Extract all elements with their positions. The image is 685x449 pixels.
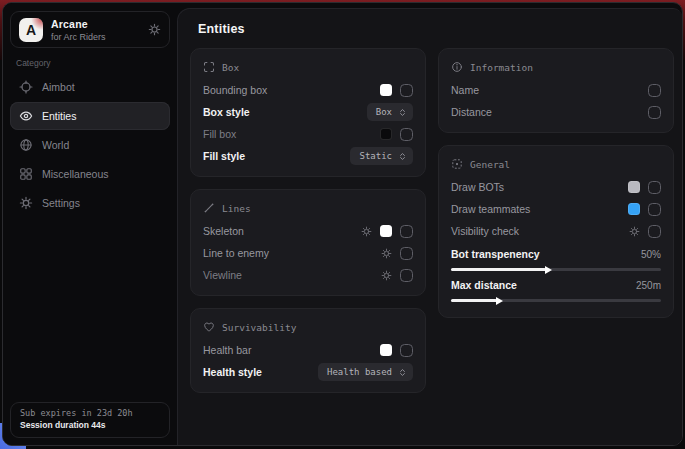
draw-bots-checkbox[interactable] (648, 181, 661, 194)
slider-value: 50% (641, 249, 661, 260)
slider-thumb[interactable] (496, 297, 503, 305)
grid-icon (19, 167, 33, 181)
bounding-box-checkbox[interactable] (400, 84, 413, 97)
box-card: Box Bounding box Box style Box (190, 48, 426, 177)
survivability-card: Survivability Health bar Health style He… (190, 308, 426, 393)
sidebar-item-label: Entities (42, 110, 76, 122)
card-title: Box (222, 62, 239, 73)
brand-initial: A (26, 22, 36, 38)
heart-icon (203, 321, 215, 333)
brand-logo: A (19, 18, 43, 42)
slider-fill (451, 299, 497, 302)
info-icon (451, 61, 463, 73)
lines-card-header: Lines (203, 199, 413, 217)
setting-row-box-style: Box style Box (203, 101, 413, 123)
color-swatch[interactable] (380, 84, 392, 96)
health-style-select[interactable]: Health based (318, 363, 413, 381)
setting-label: Fill style (203, 150, 350, 162)
sidebar-item-miscellaneous[interactable]: Miscellaneous (10, 160, 170, 188)
entities-eye-icon (19, 109, 33, 123)
skeleton-options-gear-icon[interactable] (361, 226, 372, 237)
sidebar-nav: Aimbot Entities World Miscellaneous (10, 73, 170, 218)
setting-row-name: Name (451, 79, 661, 101)
sidebar-item-world[interactable]: World (10, 131, 170, 159)
setting-label: Viewline (203, 269, 381, 281)
subscription-status-card: Sub expires in 23d 20h Session duration … (10, 402, 170, 438)
visibility-check-options-gear-icon[interactable] (629, 226, 640, 237)
crosshair-icon (19, 80, 33, 94)
box-style-select[interactable]: Box (367, 103, 413, 121)
setting-row-draw-teammates: Draw teammates (451, 198, 661, 220)
fill-box-checkbox[interactable] (400, 128, 413, 141)
slider-thumb[interactable] (545, 266, 552, 274)
line-to-enemy-checkbox[interactable] (400, 247, 413, 260)
setting-label: Distance (451, 106, 648, 118)
chevron-updown-icon (398, 152, 407, 161)
setting-row-bounding-box: Bounding box (203, 79, 413, 101)
brand-card: A Arcane for Arc Riders (10, 11, 170, 48)
name-checkbox[interactable] (648, 84, 661, 97)
slider-fill (451, 268, 546, 271)
setting-label: Fill box (203, 128, 380, 140)
color-swatch[interactable] (628, 181, 640, 193)
card-title: General (470, 159, 510, 170)
brand-subtitle: for Arc Riders (51, 32, 140, 42)
viewline-checkbox[interactable] (400, 269, 413, 282)
setting-label: Skeleton (203, 225, 361, 237)
sidebar-item-aimbot[interactable]: Aimbot (10, 73, 170, 101)
setting-row-health-style: Health style Health based (203, 361, 413, 383)
visibility-check-checkbox[interactable] (648, 225, 661, 238)
left-column: Box Bounding box Box style Box (190, 48, 426, 405)
main-panel: Entities Box Bounding box (177, 8, 682, 445)
app-window: A Arcane for Arc Riders Category Aimbot (2, 2, 683, 446)
color-swatch[interactable] (380, 344, 392, 356)
sidebar-item-settings[interactable]: Settings (10, 189, 170, 217)
gear-icon (19, 196, 33, 210)
right-column: Information Name Distance (438, 48, 674, 330)
card-title: Information (470, 62, 533, 73)
select-value: Box (376, 107, 392, 117)
globe-icon (19, 138, 33, 152)
setting-label: Health bar (203, 344, 380, 356)
lines-card: Lines Skeleton Line to enemy (190, 189, 426, 296)
page-title: Entities (198, 22, 682, 36)
chevron-updown-icon (398, 108, 407, 117)
bot-transparency-slider[interactable] (451, 268, 661, 271)
health-bar-checkbox[interactable] (400, 344, 413, 357)
sidebar: A Arcane for Arc Riders Category Aimbot (3, 3, 177, 445)
select-value: Health based (327, 367, 392, 377)
max-distance-slider[interactable] (451, 299, 661, 302)
sub-expires-text: Sub expires in 23d 20h (20, 408, 160, 418)
color-swatch[interactable] (628, 203, 640, 215)
sidebar-item-label: Aimbot (42, 81, 75, 93)
setting-label: Draw BOTs (451, 181, 628, 193)
setting-row-line-to-enemy: Line to enemy (203, 242, 413, 264)
card-title: Lines (222, 203, 251, 214)
setting-row-visibility-check: Visibility check (451, 220, 661, 242)
brand-text: Arcane for Arc Riders (51, 18, 140, 42)
setting-label: Line to enemy (203, 247, 381, 259)
color-swatch[interactable] (380, 225, 392, 237)
setting-label: Name (451, 84, 648, 96)
viewline-options-gear-icon[interactable] (381, 270, 392, 281)
box-card-header: Box (203, 58, 413, 76)
draw-teammates-checkbox[interactable] (648, 203, 661, 216)
setting-label: Bounding box (203, 84, 380, 96)
diagonal-line-icon (203, 202, 215, 214)
brand-gear-icon[interactable] (148, 23, 161, 36)
color-swatch[interactable] (380, 128, 392, 140)
sidebar-item-label: Settings (42, 197, 80, 209)
fill-style-select[interactable]: Static (350, 147, 413, 165)
line-to-enemy-options-gear-icon[interactable] (381, 248, 392, 259)
setting-row-viewline: Viewline (203, 264, 413, 286)
max-distance-slider-group: Max distance 250m (451, 277, 661, 302)
chevron-updown-icon (398, 368, 407, 377)
sidebar-item-label: World (42, 139, 69, 151)
card-title: Survivability (222, 322, 296, 333)
scan-brackets-icon (203, 61, 215, 73)
information-card: Information Name Distance (438, 48, 674, 133)
session-duration-text: Session duration 44s (20, 420, 160, 430)
distance-checkbox[interactable] (648, 106, 661, 119)
skeleton-checkbox[interactable] (400, 225, 413, 238)
sidebar-item-entities[interactable]: Entities (10, 102, 170, 130)
